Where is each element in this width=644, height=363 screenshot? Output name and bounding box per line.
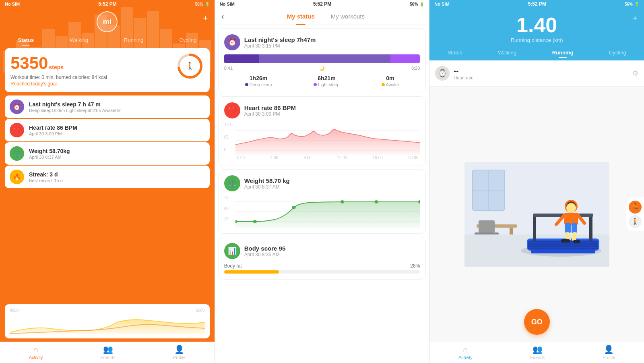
tab-running-left[interactable]: Running (121, 35, 147, 45)
friends-icon-right: 👥 (533, 344, 543, 354)
heartrate-info: -- Heart rate (454, 67, 473, 80)
middle-time: 5:52 PM (313, 1, 331, 7)
heartrate-widget: ⌚ -- Heart rate ⚙ (429, 60, 644, 87)
left-bottom-nav: ⌂ Activity 👥 Friends 👤 Profile (0, 342, 215, 363)
back-button[interactable]: ‹ (221, 12, 224, 21)
side-icons: 🏃 🚶 (626, 197, 644, 231)
svg-rect-39 (564, 213, 578, 225)
tab-cycling-left[interactable]: Cycling (176, 35, 200, 45)
settings-icon[interactable]: ⚙ (632, 69, 638, 78)
right-bottom-nav: ⌂ Activity 👥 Friends 👤 Profile (429, 342, 644, 363)
treadmill-illustration (464, 162, 609, 267)
walk-icon: 🚶 (186, 62, 194, 71)
heartrate-chart-container: 130 65 0 (224, 122, 420, 160)
rtab-running[interactable]: Running (549, 48, 577, 57)
sleep-card: ⏰ Last night's sleep 7h47m April 30 3:15… (218, 28, 426, 93)
middle-header: ‹ My status My workouts (215, 8, 429, 25)
goal-text: Reached today's goal (10, 81, 107, 87)
middle-carrier: No SIM (220, 2, 235, 6)
svg-rect-24 (479, 220, 495, 232)
left-tabs: Status Walking Running Cycling (0, 34, 215, 48)
add-button-right[interactable]: + (632, 13, 638, 23)
bodyfat-progress-fill (224, 270, 279, 274)
svg-rect-40 (565, 223, 571, 233)
weight-y-labels: 70 40 10 (224, 195, 229, 221)
heartrate-avatar: ⌚ (435, 66, 450, 81)
middle-tabs: My status My workouts (229, 11, 423, 21)
right-status-bar: No SIM 5:52 PM 56% 🔋 (429, 0, 644, 8)
add-button-left[interactable]: + (203, 13, 208, 23)
weight-info: Weight 58.70kg April 30 8:37 AM (29, 148, 205, 160)
sleep-info: Last night's sleep 7 h 47 m Deep sleep1h… (29, 101, 205, 113)
weight-chart (235, 195, 420, 228)
weight-chart-container: 70 40 10 (224, 195, 420, 228)
sleep-item[interactable]: ⏰ Last night's sleep 7 h 47 m Deep sleep… (5, 95, 210, 118)
treadmill-area: 🏃 🚶 (429, 87, 644, 342)
right-carrier: No SIM (434, 2, 449, 6)
weight-icon: ⚖️ (10, 146, 24, 161)
right-tabs: Status Walking Running Cycling (429, 46, 644, 60)
streak-item[interactable]: 🔥 Streak: 3 d Best record: 15 d (5, 166, 210, 188)
sleep-card-header: ⏰ Last night's sleep 7h47m April 30 3:15… (224, 34, 420, 50)
tab-my-status[interactable]: My status (279, 11, 323, 21)
heartrate-card-header: ❤️ Heart rate 86 BPM April 30 3:00 PM (224, 102, 420, 118)
ring-container: 🚶 (176, 52, 204, 80)
bodyfat-progress-bar (224, 270, 420, 274)
right-time: 5:52 PM (528, 1, 546, 7)
weight-card-header: ⚖️ Weight 58.70 kg April 30 8:37 AM (224, 175, 420, 191)
tab-status-left[interactable]: Status (15, 35, 37, 45)
left-panel: No SIM 5:52 PM 56% 🔋 mi + Status Walking… (0, 0, 215, 363)
bodyfat-label-row: Body fat 28% (224, 263, 420, 269)
home-icon-right: ⌂ (463, 345, 468, 354)
weight-card: ⚖️ Weight 58.70 kg April 30 8:37 AM 70 4… (218, 169, 426, 234)
running-icon-button[interactable]: 🏃 (629, 201, 642, 214)
distance-display: 1.40 Running distance (km) (511, 15, 563, 43)
activity-list: ⏰ Last night's sleep 7 h 47 m Deep sleep… (0, 92, 215, 301)
steps-card: 5350 steps Workout time: 0 min, burned c… (5, 48, 210, 92)
tab-my-workouts[interactable]: My workouts (323, 11, 373, 21)
distance-value: 1.40 (511, 15, 563, 35)
heartrate-item[interactable]: ❤️ Heart rate 86 BPM April 30 3:00 PM (5, 119, 210, 141)
middle-battery: 56% 🔋 (410, 2, 424, 6)
bodyscore-card-sub: April 30 8:35 AM (244, 252, 286, 257)
weight-card-icon: ⚖️ (224, 175, 240, 191)
bodyfat-bar-container: Body fat 28% (224, 263, 420, 274)
tab-walking-left[interactable]: Walking (66, 35, 91, 45)
heartrate-value: -- (454, 67, 473, 75)
middle-content: ⏰ Last night's sleep 7h47m April 30 3:15… (215, 25, 429, 363)
walking-icon-button[interactable]: 🚶 (629, 215, 642, 228)
sleep-card-icon: ⏰ (224, 34, 240, 50)
chart-y-labels: 9000 6000 (10, 308, 205, 313)
sleep-stats: 1h26m Deep sleep 6h21m Light sleep 0m Aw… (224, 75, 420, 87)
sleep-card-sub: April 30 3:15 PM (244, 43, 316, 49)
nav-friends-left[interactable]: 👥 Friends (101, 344, 116, 360)
bodyscore-card-header: 📊 Body score 95 April 30 8:35 AM (224, 243, 420, 259)
bodyscore-card: 📊 Body score 95 April 30 8:35 AM Body fa… (218, 237, 426, 280)
friends-icon-left: 👥 (103, 344, 113, 354)
middle-status-bar: No SIM 5:52 PM 56% 🔋 (215, 0, 429, 8)
rtab-cycling[interactable]: Cycling (606, 48, 630, 57)
sleep-times: 0:41 🌙 8:28 (224, 66, 420, 71)
heartrate-y-labels: 130 65 0 (224, 122, 231, 152)
profile-icon-right: 👤 (604, 344, 614, 354)
bodyscore-card-icon: 📊 (224, 243, 240, 259)
streak-icon: 🔥 (10, 170, 24, 184)
heartrate-info: Heart rate 86 BPM April 30 3:00 PM (29, 124, 205, 136)
home-icon-left: ⌂ (33, 345, 38, 354)
deep-sleep-stat: 1h26m Deep sleep (245, 75, 272, 87)
heartrate-chart (235, 122, 420, 155)
left-header: mi + (0, 8, 215, 34)
rtab-status[interactable]: Status (444, 48, 466, 57)
mi-logo[interactable]: mi (97, 11, 118, 32)
svg-point-49 (566, 203, 576, 213)
nav-profile-left[interactable]: 👤 Profile (173, 344, 186, 360)
heartrate-card-sub: April 30 3:00 PM (244, 111, 296, 117)
nav-activity-right[interactable]: ⌂ Activity (458, 345, 473, 360)
right-panel: No SIM 5:52 PM 56% 🔋 1.40 Running distan… (429, 0, 644, 363)
nav-activity-left[interactable]: ⌂ Activity (29, 345, 43, 360)
go-button[interactable]: GO (524, 309, 550, 335)
rtab-walking[interactable]: Walking (495, 48, 520, 57)
nav-profile-right[interactable]: 👤 Profile (603, 344, 615, 360)
nav-friends-right[interactable]: 👥 Friends (530, 344, 545, 360)
weight-item[interactable]: ⚖️ Weight 58.70kg April 30 8:37 AM (5, 142, 210, 165)
